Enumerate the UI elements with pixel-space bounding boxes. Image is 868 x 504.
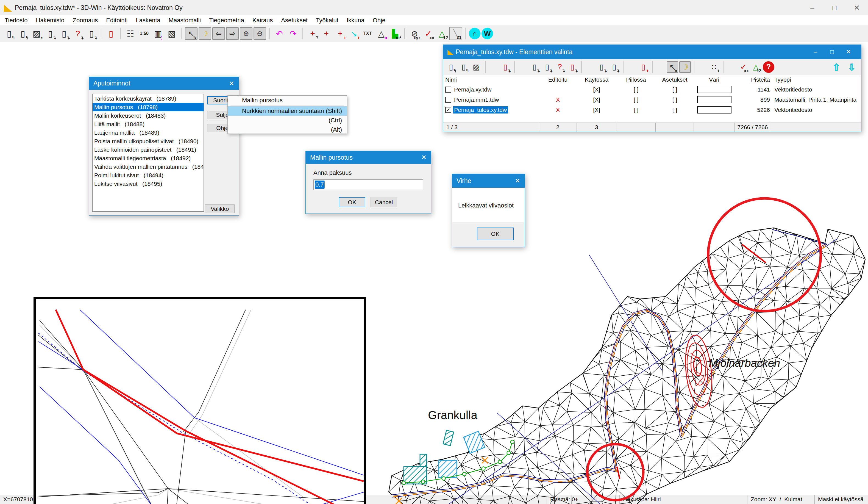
write-query-icon[interactable]: ? ↴ (554, 61, 566, 73)
add-point-icon[interactable]: + (320, 27, 333, 40)
menu-item[interactable]: Maastomalli (165, 16, 205, 25)
maximize-button[interactable]: □ (824, 0, 846, 16)
separator[interactable] (723, 61, 734, 73)
web-icon[interactable]: W (482, 28, 493, 39)
table-row[interactable]: Pernaja.mm1.tdw X [X] [ ] [ ] 899 Maasto… (443, 94, 861, 105)
cell-asetukset[interactable]: [ ] (656, 96, 694, 103)
close-icon[interactable]: ✕ (229, 80, 234, 88)
separator[interactable] (581, 61, 593, 73)
scatter-points-icon[interactable]: ∷ + (709, 61, 720, 73)
separator[interactable] (652, 61, 664, 73)
write-file-plus-icon[interactable]: ▯ ↴ (500, 61, 511, 73)
save-second-icon[interactable]: ▯ ↴ (608, 61, 620, 73)
column-header-editoitu[interactable]: Editoitu (539, 76, 577, 83)
plot-settings-icon[interactable]: ▥ ⋮ (152, 27, 164, 40)
close-button[interactable]: ✕ (840, 48, 857, 55)
zoom-out-icon[interactable]: ⊖ (254, 27, 266, 40)
move-down-icon[interactable]: ⇩ (848, 62, 856, 73)
column-header-asetukset[interactable]: Asetukset (656, 76, 694, 83)
table-row[interactable]: Pernaja_tulos.xy.tdw X [X] [ ] [ ] 5226 … (443, 105, 861, 115)
menu-item[interactable]: Tiedosto (1, 16, 32, 25)
move-point-icon[interactable]: + + (334, 27, 347, 40)
inset-zoom-window[interactable] (33, 297, 366, 504)
redraw-icon[interactable]: ☽ (199, 27, 211, 40)
separator[interactable] (465, 28, 466, 39)
aputoiminnot-item[interactable]: Liitä mallit (18488) (93, 120, 204, 128)
menu-item[interactable]: Tiegeometria (205, 16, 248, 25)
save-first-icon[interactable]: ▯ ↴ (596, 61, 607, 73)
row-checkbox[interactable] (445, 86, 451, 93)
aputoiminnot-item[interactable]: Laajenna mallia (18489) (93, 128, 204, 137)
separator[interactable] (404, 28, 405, 39)
element-window-titlebar[interactable]: Pernaja_tulos.xy.tdw - Elementtien valin… (443, 45, 861, 59)
color-box[interactable] (697, 86, 732, 93)
separator[interactable] (302, 28, 303, 39)
valikko-button[interactable]: Valikko (205, 204, 235, 213)
menu-item[interactable]: Zoomaus (69, 16, 102, 25)
write-query-icon[interactable]: ? ↴ (71, 27, 84, 40)
redo-icon[interactable]: ↷ (287, 27, 299, 40)
ok-button[interactable]: OK (477, 228, 514, 240)
ok-button[interactable]: OK (339, 197, 365, 207)
cell-piilossa[interactable]: [ ] (617, 96, 656, 103)
write-file-icon[interactable]: ▯ ↴ (44, 27, 56, 40)
check-points-icon[interactable]: ✓ xx (737, 61, 749, 73)
read-file-plus-icon[interactable]: ▯ ↰ (17, 27, 29, 40)
column-header-vari[interactable]: Väri (694, 76, 734, 83)
triangle-count-icon[interactable]: △ 12 (436, 27, 448, 40)
menu-item[interactable]: Kairaus (248, 16, 277, 25)
column-header-tyyppi[interactable]: Tyyppi (771, 76, 861, 83)
column-header-nimi[interactable]: Nimi (443, 76, 539, 83)
write-copy-icon[interactable]: ▯ ↴ (58, 27, 70, 40)
separator[interactable] (101, 28, 102, 39)
write-selected-icon[interactable]: ▯ ↴ (567, 61, 578, 73)
file-manager-icon[interactable]: ▯ (105, 27, 117, 40)
close-icon[interactable]: ✕ (421, 154, 426, 161)
text-icon[interactable]: TXT (361, 27, 374, 40)
separator[interactable] (181, 28, 182, 39)
area-icon[interactable]: ▙ m² (389, 27, 401, 40)
check-points-icon[interactable]: ✓ xx (422, 27, 435, 40)
move-up-icon[interactable]: ⇧ (833, 62, 840, 73)
menu-item[interactable]: Editointi (102, 16, 132, 25)
minimize-button[interactable]: – (807, 48, 824, 55)
color-box[interactable] (697, 96, 732, 103)
x21-icon[interactable]: ╲ 21 (450, 27, 462, 40)
undo-icon[interactable]: ↶ (273, 27, 286, 40)
cell-kaytossa[interactable]: [X] (577, 107, 617, 113)
aputoiminnot-item[interactable]: Lukitse viivasivut (18495) (93, 179, 204, 188)
table-row[interactable]: Pernaja.xy.tdw [X] [ ] [ ] 1141 Vektorit… (443, 84, 861, 94)
row-checkbox[interactable] (445, 107, 451, 113)
snap-line-icon[interactable]: ↘ + (348, 27, 360, 40)
fit-screen-icon[interactable]: ↖ ↘ (666, 61, 678, 73)
column-header-kaytossa[interactable]: Käytössä (577, 76, 617, 83)
maximize-button[interactable]: □ (824, 48, 840, 55)
menu-item[interactable]: Hakemisto (32, 16, 69, 25)
separator[interactable] (485, 61, 497, 73)
zoom-in-icon[interactable]: ⊕ (240, 27, 252, 40)
zoom-next-icon[interactable]: ⇨ (226, 27, 239, 40)
pursotus-titlebar[interactable]: Mallin pursotus ✕ (306, 151, 431, 164)
cell-asetukset[interactable]: [ ] (656, 86, 694, 93)
column-header-pisteita[interactable]: Pisteitä (734, 76, 771, 83)
cell-asetukset[interactable]: [ ] (656, 107, 694, 113)
menu-item[interactable]: Asetukset (277, 16, 312, 25)
read-file-icon[interactable]: ▯ ↰ (3, 27, 16, 40)
separator[interactable] (120, 28, 121, 39)
triangle-count-icon[interactable]: △ 12 (750, 61, 762, 73)
separator[interactable] (623, 61, 634, 73)
aputoiminnot-item[interactable]: Maastomalli tiegeometriasta (18492) (93, 154, 204, 162)
aputoiminnot-item[interactable]: Vaihda valittujen mallien pintatunnus (1… (93, 162, 204, 171)
menu-item[interactable]: Työkalut (312, 16, 342, 25)
minimize-button[interactable]: – (801, 0, 824, 16)
aputoiminnot-item[interactable]: Mallin pursotus (18798) (93, 103, 204, 111)
zoom-prev-icon[interactable]: ⇦ (212, 27, 225, 40)
context-menu-item[interactable]: (Alt) (228, 125, 347, 134)
read-file-icon[interactable]: ▯ ↰ (445, 61, 457, 73)
hatch-file-icon[interactable]: ▧ (165, 27, 178, 40)
cell-kaytossa[interactable]: [X] (577, 86, 617, 93)
write-one-icon[interactable]: ▯ ↴ (85, 27, 98, 40)
fit-screen-icon[interactable]: ↖ ↘ (185, 27, 197, 40)
paksuus-input[interactable]: 0.7 (313, 179, 423, 190)
aputoiminnot-item[interactable]: Laske kolmioiden painopisteet (18491) (93, 145, 204, 154)
